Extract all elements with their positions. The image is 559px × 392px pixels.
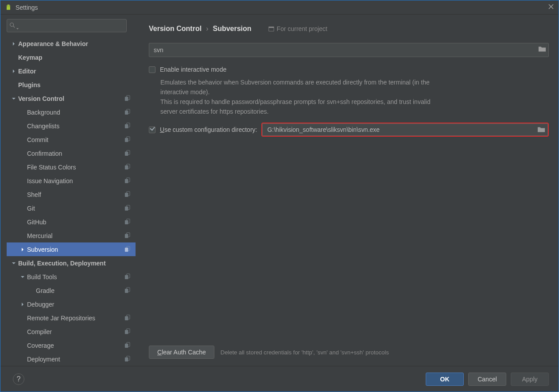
custom-dir-highlight (261, 123, 549, 137)
project-scope-icon (124, 356, 130, 363)
breadcrumb-leaf: Subversion (213, 25, 251, 33)
tree-item-label: Gradle (36, 287, 124, 294)
tree-item-plugins[interactable]: Plugins (7, 78, 136, 92)
app-icon (5, 4, 12, 11)
tree-item-label: Build, Execution, Deployment (18, 260, 133, 267)
tree-item-confirmation[interactable]: Confirmation (7, 146, 136, 160)
cancel-button[interactable]: Cancel (468, 373, 506, 386)
tree-item-label: Git (27, 205, 124, 212)
tree-item-editor[interactable]: Editor (7, 64, 136, 78)
tree-item-mercurial[interactable]: Mercurial (7, 229, 136, 242)
tree-item-issue-navigation[interactable]: Issue Navigation (7, 174, 136, 188)
tree-item-file-status-colors[interactable]: File Status Colors (7, 160, 136, 174)
tree-item-label: Editor (18, 68, 133, 75)
tree-item-build-tools[interactable]: Build Tools (7, 270, 136, 284)
tree-item-build-execution-deployment[interactable]: Build, Execution, Deployment (7, 256, 136, 270)
tree-item-changelists[interactable]: Changelists (7, 119, 136, 133)
svg-rect-41 (268, 27, 273, 27)
svg-rect-29 (125, 275, 128, 279)
search-icon (9, 22, 16, 30)
tree-item-label: Remote Jar Repositories (27, 315, 124, 322)
svg-rect-0 (7, 7, 10, 10)
tree-item-git[interactable]: Git (7, 201, 136, 215)
project-scope-icon (124, 246, 130, 253)
chevron-right-icon (18, 247, 27, 252)
tree-item-subversion[interactable]: Subversion (7, 242, 136, 256)
chevron-down-icon (9, 261, 18, 265)
project-scope-icon (124, 273, 130, 281)
tree-item-appearance-behavior[interactable]: Appearance & Behavior (7, 37, 136, 50)
chevron-down-icon (18, 275, 27, 279)
breadcrumb-root[interactable]: Version Control (149, 25, 202, 33)
tree-item-version-control[interactable]: Version Control (7, 92, 136, 105)
tree-item-label: Subversion (27, 246, 124, 253)
tree-item-label: Issue Navigation (27, 177, 124, 184)
apply-button[interactable]: Apply (511, 373, 549, 386)
settings-search-input[interactable] (7, 19, 127, 32)
enable-interactive-checkbox[interactable] (149, 66, 155, 73)
use-custom-dir-checkbox[interactable] (149, 127, 155, 133)
ok-button[interactable]: OK (426, 373, 464, 386)
svg-rect-7 (125, 110, 128, 114)
tree-item-background[interactable]: Background (7, 105, 136, 119)
custom-dir-input[interactable] (262, 123, 548, 136)
svg-rect-11 (125, 138, 128, 142)
tree-item-label: Mercurial (27, 232, 124, 239)
tree-item-label: Deployment (27, 356, 124, 363)
tree-item-label: GitHub (27, 219, 124, 226)
svg-rect-9 (125, 124, 128, 128)
svg-rect-23 (125, 220, 128, 224)
tree-item-deployment[interactable]: Deployment (7, 352, 136, 366)
chevron-right-icon (9, 42, 18, 46)
tree-item-label: Commit (27, 136, 124, 143)
tree-item-label: Keymap (18, 54, 133, 61)
tree-item-compiler[interactable]: Compiler (7, 325, 136, 338)
settings-tree[interactable]: Appearance & BehaviorKeymapEditorPlugins… (7, 37, 136, 366)
browse-folder-icon[interactable] (537, 126, 545, 135)
svg-rect-15 (125, 165, 128, 169)
project-scope-icon (124, 232, 130, 239)
project-scope-icon (124, 205, 130, 212)
tree-item-label: Changelists (27, 123, 124, 130)
svg-rect-25 (125, 234, 128, 238)
clear-auth-hint: Delete all stored credentials for 'http'… (221, 349, 389, 356)
tree-item-debugger[interactable]: Debugger (7, 297, 136, 311)
tree-item-label: Coverage (27, 342, 124, 349)
svg-point-1 (7, 5, 8, 6)
project-scope-icon (124, 150, 130, 157)
settings-content: Version Control › Subversion For current… (139, 15, 559, 366)
tree-item-label: Plugins (18, 81, 133, 88)
close-icon[interactable] (548, 4, 554, 12)
tree-item-gradle[interactable]: Gradle (7, 284, 136, 297)
svg-rect-5 (125, 96, 128, 100)
clear-auth-cache-button[interactable]: Clear Auth Cache (149, 346, 214, 359)
window-title: Settings (16, 4, 548, 11)
scope-label: For current project (268, 25, 327, 32)
svg-rect-37 (125, 343, 128, 347)
tree-item-commit[interactable]: Commit (7, 133, 136, 146)
svn-executable-input[interactable] (149, 43, 549, 57)
chevron-right-icon (9, 69, 18, 73)
tree-item-label: File Status Colors (27, 164, 124, 171)
svg-rect-21 (125, 206, 128, 210)
project-scope-icon (124, 191, 130, 198)
project-scope-icon (124, 328, 130, 335)
svg-rect-19 (125, 192, 128, 196)
project-scope-icon (124, 109, 130, 116)
tree-item-label: Build Tools (27, 273, 124, 281)
help-button[interactable]: ? (13, 373, 24, 385)
browse-folder-icon[interactable] (538, 46, 546, 54)
tree-item-shelf[interactable]: Shelf (7, 188, 136, 201)
tree-item-keymap[interactable]: Keymap (7, 50, 136, 64)
tree-item-coverage[interactable]: Coverage (7, 338, 136, 352)
settings-sidebar: Appearance & BehaviorKeymapEditorPlugins… (0, 15, 139, 366)
svg-rect-17 (125, 179, 128, 183)
project-scope-icon (124, 342, 130, 349)
tree-item-remote-jar-repositories[interactable]: Remote Jar Repositories (7, 311, 136, 325)
svg-rect-27 (125, 247, 128, 251)
tree-item-github[interactable]: GitHub (7, 215, 136, 229)
use-custom-dir-label: Use custom configuration directory: (160, 126, 257, 133)
project-scope-icon (124, 95, 130, 102)
tree-item-label: Confirmation (27, 150, 124, 157)
project-scope-icon (124, 219, 130, 226)
